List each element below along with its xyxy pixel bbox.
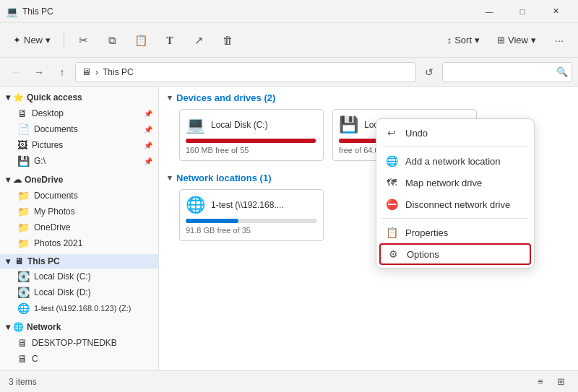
status-items-count: 3 items <box>9 377 37 387</box>
menu-item-options[interactable]: ⚙ Options <box>379 243 531 265</box>
copy-button[interactable]: ⧉ <box>99 27 125 53</box>
view-button[interactable]: ⊞ View ▾ <box>490 30 543 50</box>
grid-view-button[interactable]: ⊞ <box>552 373 569 391</box>
sidebar-item-local-c-label: Local Disk (C:) <box>34 271 91 282</box>
sidebar-item-photos2021-label: Photos 2021 <box>34 238 82 248</box>
sidebar-item-local-d-label: Local Disk (D:) <box>34 287 91 297</box>
local-c-icon: 💽 <box>17 271 30 282</box>
quick-access-chevron-icon: ▾ <box>6 92 10 103</box>
sidebar-item-g-drive[interactable]: 💾 G:\ 📌 <box>0 153 158 169</box>
sidebar-section-onedrive[interactable]: ▾ ☁ OneDrive <box>0 172 158 188</box>
address-bar: ← → ↑ 🖥 › This PC ↺ 🔍 <box>0 58 578 87</box>
file-area: ▾ Devices and drives (2) 💻 Local Disk (C… <box>159 87 578 370</box>
sidebar-item-od-documents[interactable]: 📁 Documents <box>0 188 158 204</box>
sidebar-item-local-d[interactable]: 💽 Local Disk (D:) <box>0 284 158 300</box>
forward-button[interactable]: → <box>29 62 49 82</box>
new-chevron-icon: ▾ <box>46 35 51 45</box>
od-documents-icon: 📁 <box>17 190 30 201</box>
menu-item-map-drive-label: Map network drive <box>405 178 482 188</box>
paste-button[interactable]: 📋 <box>128 27 154 53</box>
menu-item-add-network[interactable]: 🌐 Add a network location <box>376 150 534 172</box>
cut-button[interactable]: ✂ <box>70 27 96 53</box>
network-section-icon: 🌐 <box>13 322 24 332</box>
sidebar-item-local-c[interactable]: 💽 Local Disk (C:) <box>0 269 158 284</box>
menu-item-undo[interactable]: ↩ Undo <box>376 122 534 144</box>
list-view-button[interactable]: ≡ <box>532 373 549 391</box>
undo-icon: ↩ <box>385 127 398 139</box>
back-button[interactable]: ← <box>6 62 26 82</box>
onedrive-chevron-icon: ▾ <box>6 175 10 185</box>
share-button[interactable]: ↗ <box>186 27 212 53</box>
sidebar-item-documents-label: Documents <box>34 124 78 134</box>
thispc-icon: 🖥 <box>14 256 23 266</box>
search-input[interactable] <box>442 62 572 82</box>
sidebar-item-g-drive-label: G:\ <box>34 156 46 166</box>
delete-button[interactable]: 🗑 <box>215 27 241 53</box>
maximize-button[interactable]: □ <box>506 0 539 23</box>
sidebar-item-c-network[interactable]: 🖥 C <box>0 351 158 367</box>
sidebar: ▾ ⭐ Quick access 🖥 Desktop 📌 📄 Documents… <box>0 87 159 370</box>
title-bar-controls: — □ ✕ <box>473 0 572 23</box>
sort-button[interactable]: ↕ Sort ▾ <box>440 30 487 50</box>
address-path[interactable]: 🖥 › This PC <box>75 62 416 82</box>
photos2021-icon: 📁 <box>17 238 30 249</box>
toolbar-separator-1 <box>64 32 64 49</box>
new-label: New <box>24 35 43 45</box>
path-separator: › <box>95 67 98 77</box>
sort-chevron-icon: ▾ <box>475 35 480 45</box>
options-icon: ⚙ <box>387 248 400 260</box>
disconnect-icon: ⛔ <box>385 199 398 210</box>
sidebar-item-pictures-label: Pictures <box>32 140 63 150</box>
new-button[interactable]: ✦ New ▾ <box>6 30 58 50</box>
path-icon: 🖥 <box>82 66 91 77</box>
sidebar-item-photos2021[interactable]: 📁 Photos 2021 <box>0 235 158 251</box>
network-section-label: Network <box>27 322 61 332</box>
od-onedrive-icon: 📁 <box>17 222 30 233</box>
new-icon: ✦ <box>13 35 21 45</box>
sidebar-item-od-onedrive[interactable]: 📁 OneDrive <box>0 219 158 235</box>
sidebar-item-myphotos[interactable]: 📁 My Photos <box>0 204 158 219</box>
more-button[interactable]: ··· <box>546 27 572 53</box>
pictures-icon: 🖼 <box>17 139 27 151</box>
desktop-pc-icon: 🖥 <box>17 337 27 349</box>
menu-item-map-drive[interactable]: 🗺 Map network drive <box>376 172 534 193</box>
minimize-button[interactable]: — <box>473 0 506 23</box>
c-network-icon: 🖥 <box>17 353 27 365</box>
sidebar-item-pictures[interactable]: 🖼 Pictures 📌 <box>0 137 158 153</box>
sidebar-item-desktop-label: Desktop <box>32 108 64 118</box>
menu-item-disconnect[interactable]: ⛔ Disconnect network drive <box>376 193 534 215</box>
sidebar-item-network-z-label: 1-test (\\192.168.0.123) (Z:) <box>34 304 131 313</box>
main-content: ▾ ⭐ Quick access 🖥 Desktop 📌 📄 Documents… <box>0 87 578 370</box>
sidebar-item-myphotos-label: My Photos <box>34 206 75 217</box>
sidebar-section-quick-access[interactable]: ▾ ⭐ Quick access <box>0 90 158 105</box>
desktop-icon: 🖥 <box>17 108 27 119</box>
add-network-icon: 🌐 <box>385 155 398 167</box>
search-container: 🔍 <box>442 62 572 82</box>
g-drive-icon: 💾 <box>17 155 30 167</box>
local-d-icon: 💽 <box>17 287 30 298</box>
sidebar-item-od-onedrive-label: OneDrive <box>34 222 71 232</box>
sidebar-item-desktop-pc[interactable]: 🖥 DESKTOP-PTNEDKB <box>0 335 158 351</box>
thispc-chevron-icon: ▾ <box>6 256 10 266</box>
sidebar-item-network-z[interactable]: 🌐 1-test (\\192.168.0.123) (Z:) <box>0 300 158 316</box>
sidebar-section-thispc[interactable]: ▾ 🖥 This PC <box>0 254 158 269</box>
close-button[interactable]: ✕ <box>539 0 572 23</box>
pin-icon-g: 📌 <box>144 157 152 165</box>
view-label: View <box>508 35 528 45</box>
menu-item-properties[interactable]: 📋 Properties <box>376 222 534 243</box>
window-icon: 💻 <box>6 6 18 17</box>
myphotos-icon: 📁 <box>17 206 30 217</box>
refresh-button[interactable]: ↺ <box>419 62 439 82</box>
onedrive-cloud-icon: ☁ <box>13 175 22 185</box>
up-button[interactable]: ↑ <box>52 62 72 82</box>
pin-icon-docs: 📌 <box>144 126 152 134</box>
sidebar-section-network[interactable]: ▾ 🌐 Network <box>0 319 158 335</box>
quick-access-label: Quick access <box>27 92 82 103</box>
sidebar-item-documents[interactable]: 📄 Documents 📌 <box>0 121 158 137</box>
menu-item-options-label: Options <box>407 249 439 260</box>
sidebar-item-desktop[interactable]: 🖥 Desktop 📌 <box>0 105 158 121</box>
rename-button[interactable]: 𝐓 <box>157 27 183 53</box>
sidebar-item-od-documents-label: Documents <box>34 191 78 201</box>
sort-icon: ↕ <box>447 35 452 45</box>
sidebar-item-desktop-pc-label: DESKTOP-PTNEDKB <box>32 338 117 348</box>
